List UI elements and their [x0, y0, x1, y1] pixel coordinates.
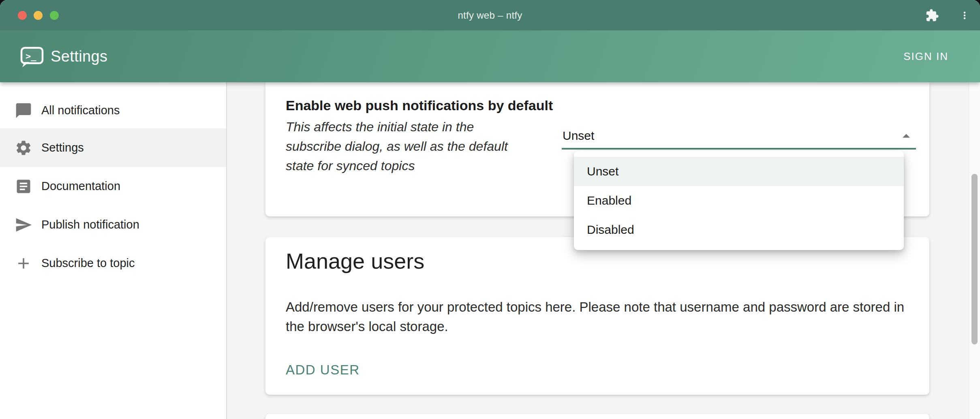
- select-underline: [562, 148, 916, 150]
- svg-text:>_: >_: [26, 51, 36, 61]
- select-dropdown-menu: Unset Enabled Disabled: [574, 151, 904, 250]
- arrow-drop-up-icon[interactable]: [897, 127, 915, 145]
- sidebar-item-label: All notifications: [41, 104, 120, 117]
- sidebar-item-label: Subscribe to topic: [41, 257, 135, 270]
- plus-icon: [15, 254, 32, 272]
- next-card-partial: [265, 414, 929, 419]
- sidebar-item-label: Settings: [41, 141, 84, 154]
- article-icon: [15, 177, 32, 195]
- setting-title: Enable web push notifications by default: [286, 98, 553, 113]
- web-push-select[interactable]: Unset: [563, 129, 903, 143]
- scrollbar-thumb[interactable]: [971, 174, 978, 344]
- sign-in-button[interactable]: SIGN IN: [903, 30, 948, 82]
- sidebar-item-label: Documentation: [41, 180, 120, 193]
- sidebar-item-documentation[interactable]: Documentation: [0, 167, 226, 205]
- maximize-window-button[interactable]: [50, 11, 59, 20]
- sidebar-item-subscribe-to-topic[interactable]: Subscribe to topic: [0, 244, 226, 282]
- sidebar-item-publish-notification[interactable]: Publish notification: [0, 205, 226, 244]
- app-header: >_ Settings SIGN IN: [0, 30, 980, 82]
- window-titlebar: ntfy web – ntfy: [0, 0, 980, 30]
- gear-icon: [15, 139, 32, 157]
- sidebar-item-settings[interactable]: Settings: [0, 128, 226, 167]
- send-icon: [15, 216, 32, 234]
- extensions-puzzle-icon[interactable]: [924, 9, 940, 22]
- menu-option-enabled[interactable]: Enabled: [574, 186, 904, 215]
- setting-description: This affects the initial state in the su…: [286, 117, 545, 175]
- sidebar-item-label: Publish notification: [41, 218, 139, 231]
- sidebar-item-all-notifications[interactable]: All notifications: [0, 91, 226, 130]
- scrollbar-track[interactable]: [969, 82, 980, 419]
- browser-window: ntfy web – ntfy >_ Settings SIGN IN: [0, 0, 980, 419]
- add-user-button[interactable]: ADD USER: [286, 362, 360, 378]
- close-window-button[interactable]: [18, 11, 27, 20]
- ntfy-logo-icon[interactable]: >_: [20, 47, 44, 68]
- menu-option-disabled[interactable]: Disabled: [574, 215, 904, 244]
- browser-menu-kebab-icon[interactable]: [959, 8, 970, 23]
- page-title: Settings: [51, 30, 108, 82]
- minimize-window-button[interactable]: [34, 11, 43, 20]
- card-description: Add/remove users for your protected topi…: [286, 297, 918, 336]
- manage-users-card: Manage users Add/remove users for your p…: [265, 237, 929, 395]
- chat-icon: [15, 102, 32, 120]
- card-title: Manage users: [286, 248, 424, 274]
- sidebar-nav: All notifications Settings Documentation…: [0, 82, 227, 419]
- window-title: ntfy web – ntfy: [0, 0, 980, 30]
- menu-option-unset[interactable]: Unset: [574, 157, 904, 186]
